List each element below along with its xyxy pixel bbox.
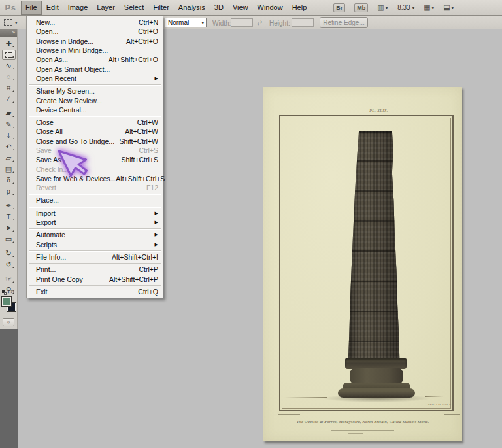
item-new[interactable]: New... Ctrl+N (27, 18, 163, 27)
item-save[interactable]: Save Ctrl+S (27, 146, 163, 155)
item-automate[interactable]: Automate ▶ (27, 230, 163, 239)
item-file-info[interactable]: File Info... Alt+Shift+Ctrl+I (27, 252, 163, 262)
style-mode-dropdown[interactable]: Normal ▾ (165, 18, 207, 27)
history-brush-tool[interactable]: ↶ (2, 142, 16, 152)
application-bar: Br Mb ▥ ▾ (333, 3, 454, 12)
item-save-for-web-devices[interactable]: Save for Web & Devices... Alt+Shift+Ctrl… (27, 174, 163, 183)
item-file[interactable]: File (21, 1, 42, 15)
rectangular-marquee-tool[interactable] (2, 50, 16, 60)
dodge-tool[interactable]: ρ (2, 186, 16, 196)
item-analysis[interactable]: Analysis (174, 1, 210, 15)
item-save-as[interactable]: Save As... Shift+Ctrl+S (27, 155, 163, 164)
menu-item-shortcut: Alt+Ctrl+O (126, 37, 158, 45)
refine-edge-button[interactable]: Refine Edge... (320, 17, 368, 28)
eyedropper-tool[interactable]: ∕ (2, 94, 16, 104)
spot-healing-brush-tool[interactable]: ▰ (2, 109, 16, 118)
swap-colors-icon[interactable]: ⇄ (10, 289, 14, 294)
screen-mode-button[interactable]: ⬓ ▾ (443, 3, 454, 12)
menu-item-label: Automate (36, 231, 151, 239)
rectangle-tool[interactable]: ▭ (2, 234, 16, 244)
item-import[interactable]: Import ▶ (27, 209, 163, 218)
item-share-my-screen[interactable]: Share My Screen... (27, 86, 163, 95)
blur-tool[interactable]: δ (2, 175, 16, 185)
tool-preset-icon[interactable] (4, 19, 12, 26)
menu-item-label: Close (36, 118, 137, 126)
button-label: Br (333, 3, 345, 12)
item-3d[interactable]: 3D (210, 1, 228, 15)
item-browse-in-mini-bridge[interactable]: Browse in Mini Bridge... (27, 46, 163, 55)
width-input[interactable] (231, 18, 253, 27)
brush-tool[interactable]: ✎ (2, 120, 16, 129)
color-swatches (1, 296, 17, 317)
menu-item-shortcut: Ctrl+O (138, 27, 158, 35)
quick-selection-tool[interactable]: ◌ (2, 72, 16, 82)
link-dimensions-icon[interactable]: ⇄ (257, 19, 262, 26)
height-label: Height: (269, 20, 290, 27)
menu-item-label: Open Recent (36, 75, 151, 82)
item-create-new-review[interactable]: Create New Review... (27, 95, 163, 105)
item-revert[interactable]: Revert F12 (27, 183, 163, 192)
eraser-tool[interactable]: ▱ (2, 153, 16, 163)
menu-separator (27, 227, 162, 230)
path-selection-tool[interactable]: ➤ (2, 223, 16, 233)
collapse-panel-button[interactable]: » (0, 29, 17, 37)
menu-item-label: Open... (36, 27, 138, 35)
item-export[interactable]: Export ▶ (27, 218, 163, 227)
tool-icon: ↧ (5, 132, 11, 139)
item-select[interactable]: Select (120, 1, 149, 15)
item-exit[interactable]: Exit Ctrl+Q (27, 287, 163, 296)
item-check-in[interactable]: Check In... (27, 164, 163, 173)
clone-stamp-tool[interactable]: ↧ (2, 131, 16, 141)
item-close-and-go-to-bridge[interactable]: Close and Go To Bridge... Shift+Ctrl+W (27, 137, 163, 146)
bridge-button[interactable]: Br (333, 3, 345, 12)
3d-rotate-tool[interactable]: ↻ (2, 249, 16, 258)
divider (22, 18, 22, 27)
chevron-down-icon: ▾ (432, 5, 435, 10)
item-image[interactable]: Image (63, 1, 93, 15)
document-image[interactable]: PL. XLIX. SOUTH FACE The Obelisk at Forr… (263, 87, 462, 441)
menu-item-label: Print One Copy (36, 275, 109, 283)
item-scripts[interactable]: Scripts ▶ (27, 240, 163, 249)
item-browse-in-bridge[interactable]: Browse in Bridge... Alt+Ctrl+O (27, 37, 163, 46)
item-close[interactable]: Close Ctrl+W (27, 118, 163, 127)
menu-item-label: File Info... (36, 253, 112, 261)
3d-orbit-tool[interactable]: ↺ (2, 260, 16, 269)
item-filter[interactable]: Filter (148, 1, 173, 15)
item-place[interactable]: Place... (27, 196, 163, 205)
item-device-central[interactable]: Device Central... (27, 105, 163, 114)
gradient-tool[interactable]: ▤ (2, 164, 16, 174)
move-tool[interactable]: ✚ (2, 39, 16, 48)
item-help[interactable]: Help (288, 1, 312, 15)
item-open-as-smart-object[interactable]: Open As Smart Object... (27, 64, 163, 73)
lasso-tool[interactable]: ∿ (2, 61, 16, 71)
mini-bridge-button[interactable]: Mb (354, 3, 368, 12)
view-extras-button[interactable]: ▥ ▾ (377, 3, 388, 12)
quick-mask-button[interactable]: ○ (3, 318, 14, 326)
default-colors-control[interactable]: ⇄ (2, 290, 15, 296)
menu-item-shortcut: Ctrl+N (139, 18, 158, 26)
item-print-one-copy[interactable]: Print One Copy Alt+Shift+Ctrl+P (27, 274, 163, 283)
foreground-color-swatch[interactable] (1, 296, 12, 307)
item-open[interactable]: Open... Ctrl+O (27, 27, 163, 36)
tool-icon: ▰ (6, 110, 11, 117)
arrange-documents-button[interactable]: ▦ ▾ (424, 3, 434, 12)
item-view[interactable]: View (228, 1, 253, 15)
item-layer[interactable]: Layer (92, 1, 120, 15)
item-edit[interactable]: Edit (42, 1, 63, 15)
pen-tool[interactable]: ✒ (2, 201, 16, 211)
tool-icon: ➤ (5, 224, 11, 232)
item-window[interactable]: Window (253, 1, 288, 15)
submenu-arrow-icon: ▶ (155, 242, 158, 247)
chevron-down-icon: ▾ (15, 20, 18, 26)
height-input[interactable] (292, 18, 314, 27)
item-open-recent[interactable]: Open Recent ▶ (27, 74, 163, 83)
crop-tool[interactable]: ⌗ (2, 83, 16, 93)
zoom-level-dropdown[interactable]: 8.33 ▾ (397, 4, 414, 11)
item-close-all[interactable]: Close All Alt+Ctrl+W (27, 127, 163, 136)
menu-item-label: Print... (36, 266, 139, 273)
item-open-as[interactable]: Open As... Alt+Shift+Ctrl+O (27, 55, 163, 64)
item-print[interactable]: Print... Ctrl+P (27, 265, 163, 274)
hand-tool[interactable]: ☞ (2, 274, 16, 284)
button-icon: ⬓ (443, 3, 450, 12)
type-tool[interactable]: T (2, 212, 16, 222)
